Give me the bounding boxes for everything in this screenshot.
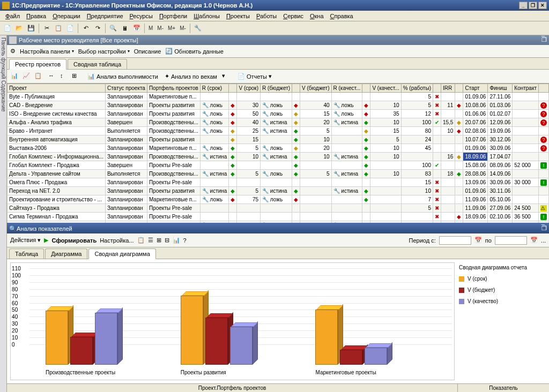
- table-row[interactable]: CAD - ВнедрениеЗапланированПроекты разви…: [8, 101, 549, 110]
- grid-icon-1[interactable]: 📊: [10, 72, 20, 81]
- an-icon-5[interactable]: 📊: [173, 237, 180, 244]
- redo-icon[interactable]: ↷: [92, 23, 103, 34]
- col-10[interactable]: [362, 84, 370, 93]
- m-minus2-label[interactable]: M-: [178, 25, 188, 31]
- child-min-button[interactable]: _: [541, 30, 547, 36]
- panel-settings-button[interactable]: Настройка панели▾: [20, 48, 74, 55]
- analysis2-button[interactable]: ✦ Анализ по вехам: [162, 73, 219, 80]
- paste-icon[interactable]: 📄: [65, 23, 76, 34]
- reports-button[interactable]: 📄 Отчеты▾: [235, 73, 274, 80]
- grid-icon-2[interactable]: 📈: [22, 72, 32, 81]
- menu-7[interactable]: Проекты: [223, 12, 253, 20]
- help-icon[interactable]: ?: [183, 237, 187, 244]
- table-row[interactable]: Выставка-2006ЗапланированМаркетинговые п…: [8, 144, 549, 153]
- grid-wrapper[interactable]: ПроектСтатус проектаПортфель проектовR (…: [7, 84, 549, 223]
- table-row[interactable]: Проектирование и строительство - ...Запл…: [8, 195, 549, 204]
- period-from-input[interactable]: [439, 236, 471, 245]
- child-restore-button[interactable]: ❐: [541, 36, 547, 43]
- tab-table[interactable]: Таблица: [9, 248, 44, 259]
- col-2[interactable]: Портфель проектов: [147, 84, 200, 93]
- grid-icon-5[interactable]: ↕: [60, 72, 69, 81]
- table-row[interactable]: Внутренняя автоматизацияЗапланированПрое…: [8, 135, 549, 144]
- menu-3[interactable]: Предприятие: [84, 12, 127, 20]
- col-17[interactable]: Финиш: [488, 84, 513, 93]
- col-9[interactable]: R (качест...: [331, 84, 362, 93]
- table-row[interactable]: Дельта - Управление сайтомВыполняетсяПро…: [8, 170, 549, 178]
- table-row[interactable]: Переход на NET. 2.0ЗапланированПроекты р…: [8, 187, 549, 195]
- refresh-button[interactable]: 🔄 Обновить данные: [165, 48, 224, 55]
- menu-0[interactable]: Файл: [2, 12, 23, 20]
- new-icon[interactable]: 📄: [2, 23, 13, 34]
- tab-registry[interactable]: Реестр проектов: [9, 59, 66, 70]
- tab-pivot-diagram[interactable]: Сводная диаграмма: [88, 248, 155, 259]
- table-row[interactable]: ISO - Внедрение системы качестваЗапланир…: [8, 110, 549, 118]
- col-12[interactable]: % (работы): [401, 84, 433, 93]
- col-7[interactable]: [292, 84, 300, 93]
- m-plus-label[interactable]: M+: [166, 25, 177, 31]
- col-11[interactable]: V (качест...: [370, 84, 401, 93]
- calc-icon[interactable]: 🖩: [120, 23, 130, 34]
- table-row[interactable]: Byte - ПубликацияЗапланированМаркетингов…: [8, 93, 549, 101]
- calendar-icon[interactable]: 📅: [131, 23, 142, 34]
- grid-dd-icon[interactable]: ▾: [221, 72, 231, 81]
- tab-pivot[interactable]: Сводная таблица: [68, 59, 127, 69]
- table-row[interactable]: Браво - ИнтранетВыполняетсяПроизводствен…: [8, 127, 549, 135]
- an-icon-3[interactable]: ⊞: [157, 237, 161, 244]
- menu-2[interactable]: Операции: [49, 12, 83, 20]
- grid-icon-3[interactable]: 📋: [34, 72, 43, 81]
- menu-10[interactable]: Окна: [307, 12, 327, 20]
- tab-diagram[interactable]: Диаграмма: [45, 248, 87, 259]
- col-16[interactable]: Старт: [463, 84, 488, 93]
- table-row[interactable]: Сайтхауз - ПродажаЗапланированПроекты Pr…: [8, 204, 549, 213]
- col-8[interactable]: V (бюджет): [300, 84, 331, 93]
- grid-icon-4[interactable]: ↔: [48, 72, 57, 81]
- menu-8[interactable]: Работы: [253, 12, 280, 20]
- menu-6[interactable]: Шаблоны: [190, 12, 223, 20]
- col-5[interactable]: V (срок): [237, 84, 261, 93]
- settings-button[interactable]: Настройка...: [100, 237, 133, 244]
- col-19[interactable]: [539, 84, 549, 93]
- copy-icon[interactable]: 📋: [53, 23, 64, 34]
- an-icon-2[interactable]: ☰: [148, 237, 153, 244]
- menu-11[interactable]: Справка: [327, 12, 357, 20]
- an-icon-4[interactable]: ⊟: [165, 237, 169, 244]
- menu-5[interactable]: Портфели: [156, 12, 190, 20]
- open-icon[interactable]: 📂: [14, 23, 25, 34]
- col-6[interactable]: R (бюджет): [261, 84, 292, 93]
- description-button[interactable]: Описание: [134, 48, 161, 55]
- sidebar-panel[interactable]: Панель функций Содержание: [0, 35, 7, 392]
- tool-icon[interactable]: 🔧: [192, 23, 203, 34]
- an-restore-button[interactable]: ❐: [541, 225, 547, 232]
- cut-icon[interactable]: ✂: [41, 23, 52, 34]
- close-button[interactable]: ✕: [538, 2, 547, 9]
- save-icon[interactable]: 💾: [26, 23, 36, 34]
- table-row[interactable]: Альфа - Анализ трафикаЗавершенПроизводст…: [8, 118, 549, 127]
- col-3[interactable]: R (срок): [200, 84, 229, 93]
- menu-9[interactable]: Сервис: [280, 12, 307, 20]
- period-to-picker[interactable]: 📅: [530, 237, 538, 244]
- table-row[interactable]: Сигма Терминал - ПродажаЗапланированПрое…: [8, 213, 549, 221]
- m-minus-label[interactable]: M-: [155, 25, 165, 31]
- grid-icon-6[interactable]: ⊞: [71, 72, 81, 81]
- col-1[interactable]: Статус проекта: [105, 84, 147, 93]
- col-14[interactable]: IRR: [441, 84, 455, 93]
- table-row[interactable]: Глобал Комплект - ПродажаЗавершенПроекты…: [8, 161, 549, 170]
- period-from-picker[interactable]: 📅: [474, 237, 482, 244]
- an-icon-1[interactable]: 📋: [137, 237, 145, 244]
- table-row[interactable]: Омега Плюс - ПродажаЗапланированПроекты …: [8, 178, 549, 187]
- m-label[interactable]: M: [147, 25, 154, 31]
- analysis1-button[interactable]: 📊 Анализ выполнимости: [85, 73, 160, 80]
- col-0[interactable]: Проект: [8, 84, 106, 93]
- col-18[interactable]: Контракт: [513, 84, 539, 93]
- choose-settings-button[interactable]: Выбор настройки▾: [78, 48, 130, 55]
- col-4[interactable]: [229, 84, 237, 93]
- find-icon[interactable]: 🔍: [108, 23, 118, 34]
- col-15[interactable]: [455, 84, 463, 93]
- menu-4[interactable]: Ресурсы: [127, 12, 156, 20]
- menu-1[interactable]: Правка: [23, 12, 49, 20]
- minimize-button[interactable]: _: [519, 2, 528, 9]
- col-13[interactable]: [433, 84, 441, 93]
- form-button[interactable]: Сформировать: [51, 237, 97, 244]
- restore-button[interactable]: ❐: [529, 2, 537, 9]
- an-min-button[interactable]: _: [541, 218, 547, 225]
